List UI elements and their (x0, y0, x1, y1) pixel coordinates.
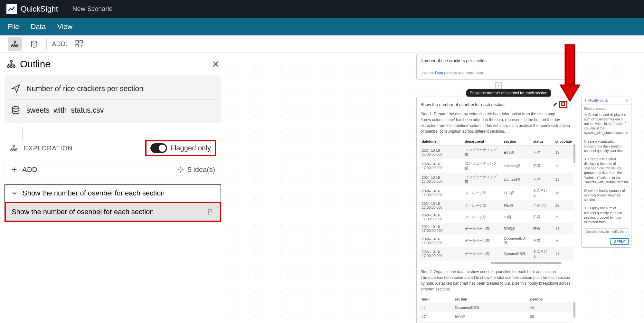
exploration-parent-item[interactable]: Show the number of osenbei for each sect… (5, 184, 221, 202)
modify-header[interactable]: ✦Modify block ✕ (582, 97, 631, 105)
close-outline-button[interactable]: ✕ (212, 59, 219, 70)
table1-scrollbar-h[interactable] (491, 262, 562, 264)
exploration-child-item[interactable]: Show the number of osenbei for each sect… (6, 203, 220, 221)
data-pane-link[interactable]: Data (435, 71, 443, 75)
flagged-only-toggle[interactable] (150, 143, 167, 153)
col-header: osenbei (527, 295, 574, 303)
brand-name: QuickSight (21, 5, 58, 14)
canvas[interactable]: Number of rice crackers per section Use … (226, 53, 644, 323)
thread-header-title: Number of rice crackers per section (421, 58, 573, 63)
ideas-button[interactable]: 5 idea(s) (177, 166, 215, 174)
step2-line1: Step 2: Organize the data to show osenbe… (421, 269, 573, 275)
col-header: status (531, 138, 553, 146)
suggestion-2[interactable]: Create a line chart displaying the sum o… (584, 157, 628, 184)
sparkle-icon: ✦ (584, 157, 587, 161)
table-row: 17RDS課28 (419, 321, 574, 323)
svg-point-3 (14, 45, 15, 47)
svg-point-9 (10, 60, 12, 62)
analysis-block[interactable]: Show the number of osenbei for each sect… (416, 97, 577, 323)
col-header: section (501, 138, 531, 146)
svg-point-16 (13, 149, 14, 151)
data-view-button[interactable] (27, 37, 41, 51)
table-row: 2024-10-16 17:00:00.000データベース部DocumentDB… (419, 234, 574, 247)
svg-marker-23 (560, 85, 580, 101)
table-row: 2024-10-16 17:00:00.000コンピューティング部Lambda課… (419, 159, 574, 173)
col-header: department (462, 138, 501, 146)
toolbar-add-label: ADD: (52, 40, 67, 48)
close-icon[interactable]: ✕ (626, 99, 629, 103)
annotation-arrow (559, 43, 581, 104)
data-table-2: hoursectionosenbei17DocumentDB課2917EFS課2… (419, 295, 574, 323)
outline-view-button[interactable] (8, 37, 22, 51)
step1-line2: A new column 'hour' has been added to th… (421, 117, 573, 134)
add-block-button[interactable] (72, 37, 87, 51)
apply-button[interactable]: APPLY (611, 238, 629, 245)
table-row: 17DocumentDB課29 (419, 303, 574, 312)
table-row: 2024-10-16 17:00:00.000コンピューティング部EC2課不満1… (419, 146, 574, 159)
add-label: ADD (22, 166, 37, 174)
scenario-name-input[interactable] (72, 4, 240, 14)
app-header: QuickSight (0, 0, 644, 18)
svg-point-4 (16, 45, 18, 47)
suggestion-4[interactable]: Display the sum of osenbei quantity for … (584, 206, 622, 224)
menu-view[interactable]: View (57, 23, 72, 31)
summary-text: Calculate and display the sum of "osenbe… (584, 113, 627, 135)
suggestion-1[interactable]: Create a visualization showing the daily… (582, 137, 631, 155)
svg-rect-6 (76, 40, 78, 43)
edit-icon[interactable] (553, 102, 558, 107)
toolbar-separator (46, 39, 47, 50)
toolbar: ADD: (0, 35, 644, 53)
table2-scrollbar-v[interactable] (573, 302, 575, 318)
svg-point-11 (10, 65, 12, 67)
undo-icon[interactable]: ↶ (626, 180, 629, 185)
thread-card[interactable]: Number of rice crackers per section swee… (5, 75, 221, 123)
exploration-label-text: EXPLORATION (24, 145, 73, 152)
undo-icon[interactable]: ↶ (626, 131, 629, 136)
svg-point-1 (14, 41, 15, 42)
svg-rect-8 (80, 40, 82, 43)
thread-title: Number of rice crackers per section (26, 84, 143, 93)
database-icon (30, 40, 38, 48)
menu-file[interactable]: File (8, 23, 19, 31)
table1-scrollbar-v[interactable] (573, 144, 575, 163)
add-block-icon (75, 39, 84, 49)
step2-line2: The data has been summarized to show the… (421, 275, 573, 292)
plus-icon (11, 166, 18, 173)
table-row: 17EFS課29 (419, 312, 574, 321)
exploration-child-highlight: Show the number of osenbei for each sect… (5, 202, 221, 222)
svg-point-17 (15, 149, 17, 151)
thread-header-block[interactable]: Number of rice crackers per section Use … (416, 54, 577, 80)
table-row: 2024-10-16 17:00:00.000コンピューティング部Lightsa… (419, 173, 574, 186)
send-icon (11, 84, 21, 93)
svg-point-2 (12, 45, 13, 47)
add-block-inline-button[interactable]: + (495, 82, 502, 89)
svg-point-5 (31, 41, 37, 43)
svg-rect-22 (565, 45, 575, 87)
outline-title-text: Outline (20, 59, 51, 70)
add-button[interactable]: ADD (11, 166, 37, 174)
summary-label: Block summary (584, 107, 629, 111)
svg-point-21 (571, 105, 571, 106)
table-row: 2024-10-16 17:00:00.000ストレージ部S3課不満15 (419, 211, 574, 223)
chevron-down-icon (11, 190, 18, 197)
data-table-1: datetimedepartmentsectionstatuschocolate… (419, 138, 574, 261)
quicksight-logo (6, 4, 17, 14)
table-row: 2024-10-16 17:00:00.000データベース部RDS課普通14 (419, 223, 574, 234)
col-header: hour (419, 295, 452, 303)
outline-sidebar: Outline ✕ Number of rice crackers per se… (0, 53, 226, 323)
svg-point-10 (7, 65, 9, 67)
col-header: section (452, 295, 527, 303)
table1-wrap: datetimedepartmentsectionstatuschocolate… (419, 138, 574, 261)
outline-header: Outline ✕ (5, 59, 221, 70)
main-area: Outline ✕ Number of rice crackers per se… (0, 53, 644, 323)
menu-data[interactable]: Data (31, 23, 45, 31)
tree-parent-label: Show the number of osenbei for each sect… (23, 189, 165, 197)
header-divider (66, 4, 66, 14)
step1-line1: Step 1: Prepare the data by extracting t… (421, 111, 573, 117)
suggestion-3[interactable]: Show the hourly quantity of osenbei brok… (582, 186, 631, 204)
hierarchy-icon (10, 144, 18, 152)
table2-wrap: hoursectionosenbei17DocumentDB課2917EFS課2… (419, 295, 574, 323)
sparkle-icon (177, 166, 184, 173)
modify-description-input[interactable] (584, 228, 629, 235)
data-hint: Use the Data pane to add more data (421, 71, 573, 75)
